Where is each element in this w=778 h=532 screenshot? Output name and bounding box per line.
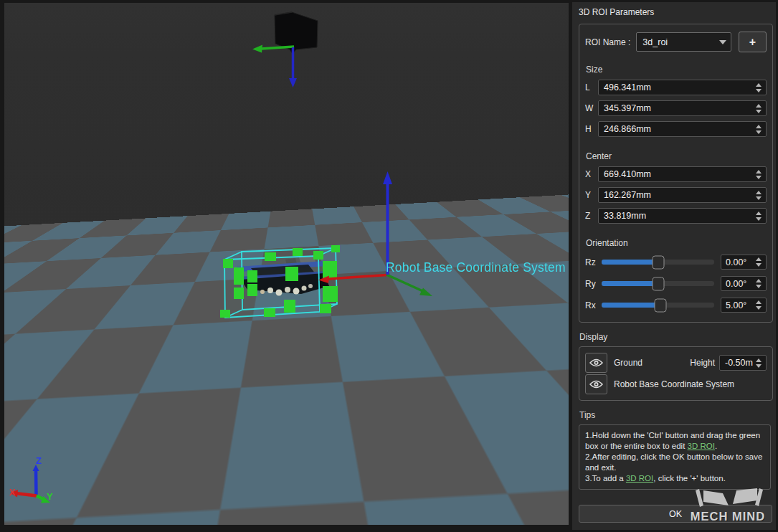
ok-button[interactable]: OK bbox=[579, 505, 772, 523]
rz-slider-fill bbox=[602, 260, 658, 265]
add-roi-button[interactable]: + bbox=[739, 32, 767, 52]
spin-down-button[interactable] bbox=[756, 364, 762, 368]
rx-label: Rx bbox=[585, 300, 602, 310]
orientation-section-label: Orientation bbox=[586, 238, 767, 248]
tip-text: 1.Hold down the 'Ctrl' button and drag t… bbox=[585, 431, 760, 450]
size-w-label: W bbox=[585, 103, 598, 113]
roi-settings-group: ROI Name : 3d_roi + Size L 496.341mm W 3… bbox=[579, 24, 773, 323]
center-y-field[interactable]: 162.267mm bbox=[598, 187, 767, 203]
size-section-label: Size bbox=[586, 65, 767, 75]
spin-up-button[interactable] bbox=[756, 300, 762, 304]
rz-slider[interactable] bbox=[602, 260, 714, 265]
center-x-label: X bbox=[585, 169, 598, 179]
size-l-row: L 496.341mm bbox=[585, 80, 767, 95]
roi-name-value: 3d_roi bbox=[642, 37, 719, 47]
spin-up-button[interactable] bbox=[756, 358, 762, 362]
spin-down-button[interactable] bbox=[756, 263, 762, 267]
robot-base-row: Robot Base Coordinate System bbox=[585, 374, 767, 395]
center-x-field[interactable]: 669.410mm bbox=[598, 166, 767, 182]
size-l-label: L bbox=[585, 82, 598, 92]
rx-slider-row: Rx 5.00° bbox=[585, 298, 767, 313]
rz-slider-handle[interactable] bbox=[652, 255, 664, 269]
chevron-down-icon[interactable] bbox=[719, 40, 726, 44]
spin-down-button[interactable] bbox=[756, 176, 762, 179]
rz-slider-row: Rz 0.00° bbox=[585, 255, 767, 270]
tips-section-label: Tips bbox=[579, 410, 773, 420]
gizmo-z-label: Z bbox=[36, 455, 42, 466]
spin-down-button[interactable] bbox=[756, 196, 762, 200]
spin-up-button[interactable] bbox=[756, 257, 762, 261]
center-y-label: Y bbox=[585, 190, 598, 200]
size-h-field[interactable]: 246.866mm bbox=[598, 121, 767, 137]
spin-down-button[interactable] bbox=[756, 110, 762, 113]
eye-icon bbox=[589, 380, 603, 389]
roi-name-label: ROI Name : bbox=[585, 37, 630, 47]
size-h-label: H bbox=[585, 124, 598, 134]
window: { "panel": { "title": "3D ROI Parameters… bbox=[0, 0, 778, 532]
ry-slider-handle[interactable] bbox=[652, 277, 664, 290]
robot-base-label: Robot Base Coordinate System bbox=[614, 379, 734, 389]
spin-up-button[interactable] bbox=[756, 279, 762, 282]
roi-name-select[interactable]: 3d_roi bbox=[636, 32, 731, 52]
spin-up-button[interactable] bbox=[756, 212, 762, 215]
center-z-value: 33.819mm bbox=[599, 211, 752, 221]
rx-slider-handle[interactable] bbox=[654, 298, 666, 312]
eye-icon bbox=[589, 358, 603, 367]
center-y-value: 162.267mm bbox=[599, 190, 752, 200]
center-x-value: 669.410mm bbox=[599, 169, 752, 179]
tip-text: 3.To add a bbox=[585, 474, 626, 483]
ry-value-field[interactable]: 0.00° bbox=[721, 276, 767, 291]
spin-up-button[interactable] bbox=[756, 83, 762, 87]
size-w-row: W 345.397mm bbox=[585, 100, 767, 116]
spin-down-button[interactable] bbox=[756, 306, 762, 310]
tip-text: , click the '+' button. bbox=[653, 474, 726, 483]
rx-slider[interactable] bbox=[602, 303, 714, 308]
roi-parameters-panel: 3D ROI Parameters ROI Name : 3d_roi + Si… bbox=[572, 2, 776, 530]
spin-down-button[interactable] bbox=[756, 130, 762, 134]
size-l-field[interactable]: 496.341mm bbox=[598, 80, 767, 95]
tip-3d-roi-link[interactable]: 3D ROI bbox=[626, 474, 653, 483]
ground-plane bbox=[4, 166, 569, 525]
spin-down-button[interactable] bbox=[756, 89, 762, 92]
tip-3d-roi-link[interactable]: 3D ROI bbox=[688, 442, 715, 450]
spin-down-button[interactable] bbox=[756, 217, 762, 221]
size-w-value: 345.397mm bbox=[599, 103, 752, 113]
ry-label: Ry bbox=[585, 279, 602, 289]
ground-height-value: -0.50m bbox=[720, 358, 753, 368]
gizmo-y-label: Y bbox=[47, 491, 53, 502]
spin-up-button[interactable] bbox=[756, 191, 762, 194]
3d-viewport[interactable]: Robot Base Coordinate System X Y Z bbox=[4, 3, 569, 525]
height-label: Height bbox=[690, 358, 715, 368]
size-h-row: H 246.866mm bbox=[585, 121, 767, 137]
rz-value-field[interactable]: 0.00° bbox=[721, 255, 767, 270]
robot-base-visibility-button[interactable] bbox=[585, 374, 607, 394]
rz-label: Rz bbox=[585, 257, 602, 267]
ry-slider-row: Ry 0.00° bbox=[585, 276, 767, 291]
center-z-label: Z bbox=[585, 211, 598, 221]
spin-up-button[interactable] bbox=[756, 104, 762, 108]
center-y-row: Y 162.267mm bbox=[585, 187, 767, 203]
size-h-value: 246.866mm bbox=[599, 124, 752, 134]
center-section-label: Center bbox=[586, 151, 767, 161]
spin-up-button[interactable] bbox=[756, 170, 762, 174]
spin-down-button[interactable] bbox=[756, 285, 762, 288]
rz-value: 0.00° bbox=[721, 257, 752, 267]
center-z-field[interactable]: 33.819mm bbox=[598, 208, 767, 224]
display-group: Ground Height -0.50m Robot Base Coordina… bbox=[579, 346, 773, 401]
rx-value: 5.00° bbox=[721, 300, 752, 310]
rx-value-field[interactable]: 5.00° bbox=[721, 298, 767, 313]
ground-visibility-button[interactable] bbox=[585, 353, 607, 373]
size-w-field[interactable]: 345.397mm bbox=[598, 100, 767, 116]
ground-row: Ground Height -0.50m bbox=[585, 352, 767, 374]
tip-text: 2.After editing, click the OK button bel… bbox=[585, 452, 762, 472]
gizmo-x-label: X bbox=[9, 487, 16, 498]
camera-model bbox=[252, 12, 318, 87]
tips-box: 1.Hold down the 'Ctrl' button and drag t… bbox=[579, 424, 771, 490]
rx-slider-fill bbox=[602, 303, 660, 308]
ry-value: 0.00° bbox=[721, 279, 752, 289]
center-x-row: X 669.410mm bbox=[585, 166, 767, 182]
spin-up-button[interactable] bbox=[756, 125, 762, 128]
ry-slider[interactable] bbox=[602, 281, 714, 286]
ground-height-field[interactable]: -0.50m bbox=[719, 355, 767, 371]
panel-title: 3D ROI Parameters bbox=[579, 7, 773, 17]
